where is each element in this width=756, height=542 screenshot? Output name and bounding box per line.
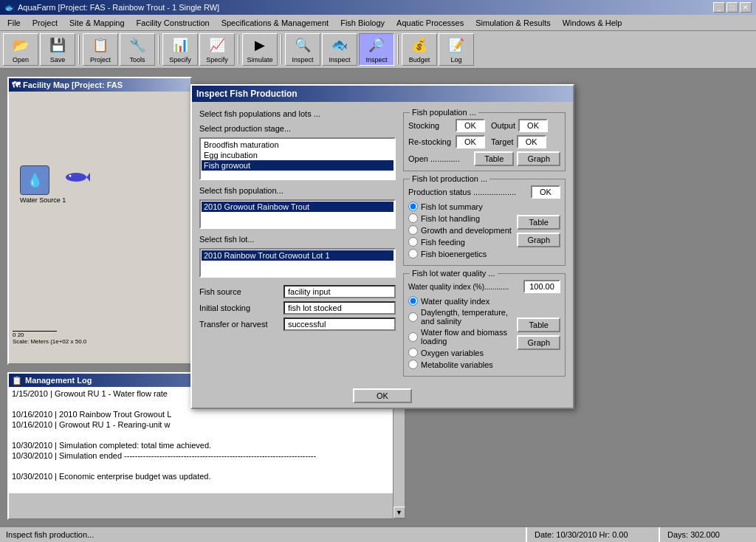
fish-population-group: Fish population ... Stocking OK Output O… [403,112,566,171]
facility-map-title-bar: 🗺 Facility Map [Project: FAS [9,78,190,92]
stage-egg[interactable]: Egg incubation [202,150,394,160]
open-label: Open ............. [408,154,471,163]
radio-oxygen-option: Oxygen variables [408,348,514,357]
inspect3-button[interactable]: 🔎 Inspect [359,33,394,66]
wq-table-button[interactable]: Table [517,318,560,332]
fish-lot-production-title: Fish lot production ... [410,174,489,183]
fish-lot-water-quality-title: Fish lot water quality ... [410,269,498,278]
radio-water-quality-label: Water quality index [421,297,489,306]
restocking-label: Re-stocking [408,137,453,146]
scroll-down-arrow[interactable]: ▼ [394,507,405,518]
tools-icon: 🔧 [127,35,148,55]
radio-fish-feeding[interactable] [408,237,418,247]
water-quality-index-label: Water quality index (%)............ [408,283,523,291]
menu-file[interactable]: File [3,17,25,29]
project-button[interactable]: 📋 Project [83,33,118,66]
facility-map-icon: 🗺 [12,80,20,89]
radio-oxygen[interactable] [408,348,418,357]
svg-point-0 [66,173,86,182]
status-date: Date: 10/30/2010 Hr: 0.00 [527,527,660,542]
toolbar-sep-1 [78,35,80,64]
radio-fish-bioenergetics[interactable] [408,249,418,258]
menu-site-mapping[interactable]: Site & Mapping [65,17,129,29]
log-button[interactable]: 📝 Log [439,33,474,66]
production-stage-list[interactable]: Broodfish maturation Egg incubation Fish… [199,137,396,180]
lot-table-button[interactable]: Table [517,215,560,230]
population-list[interactable]: 2010 Growout Rainbow Trout [199,199,396,229]
budget-button[interactable]: 💰 Budget [402,33,437,66]
radio-water-flow-option: Water flow and biomass loading [408,328,514,346]
radio-water-flow[interactable] [408,332,418,342]
initial-stocking-label: Initial stocking [199,303,281,312]
budget-icon: 💰 [409,35,430,55]
menu-aquatic-processes[interactable]: Aquatic Processes [392,17,468,29]
toolbar-sep-3 [238,35,239,64]
open-button[interactable]: 📂 Open [3,33,38,66]
radio-fish-lot-summary[interactable] [408,202,418,211]
menu-fish-biology[interactable]: Fish Biology [336,17,389,29]
open-icon: 📂 [10,35,31,55]
save-button[interactable]: 💾 Save [40,33,75,66]
population-table-button[interactable]: Table [474,151,514,166]
production-status-label: Production status ................... [408,188,531,196]
app-icon: 🐟 [4,3,15,13]
radio-fish-feeding-label: Fish feeding [421,238,465,247]
svg-marker-1 [86,173,90,182]
initial-stocking-input[interactable] [284,301,396,315]
modal-ok-button[interactable]: OK [353,388,412,403]
radio-metabolite[interactable] [408,360,418,369]
radio-fish-bioenergetics-label: Fish bioenergetics [421,250,487,258]
inspect1-icon: 🔍 [292,35,313,55]
inspect1-button[interactable]: 🔍 Inspect [285,33,320,66]
left-panel: Select fish populations and lots ... Sel… [199,109,396,377]
radio-fish-feeding-option: Fish feeding [408,237,514,247]
minimize-button[interactable]: _ [713,2,725,13]
stage-broodfish[interactable]: Broodfish maturation [202,140,394,150]
radio-fish-lot-summary-option: Fish lot summary [408,202,514,211]
population-rainbow-trout[interactable]: 2010 Growout Rainbow Trout [202,202,394,212]
status-right: Date: 10/30/2010 Hr: 0.00 Days: 302.000 [527,527,756,542]
status-days: Days: 302.000 [660,527,756,542]
wq-graph-button[interactable]: Graph [517,335,560,350]
inspect3-icon: 🔎 [366,35,387,55]
inspect2-button[interactable]: 🐟 Inspect [322,33,357,66]
map-canvas: 💧 Water Source 1 0 [9,92,190,363]
lot-list[interactable]: 2010 Rainbow Trout Growout Lot 1 [199,248,396,278]
radio-daylength[interactable] [408,312,418,322]
close-button[interactable]: ✕ [740,2,752,13]
specify1-button[interactable]: 📊 Specify [162,33,198,66]
select-lot-label: Select fish lot... [199,235,396,244]
radio-fish-lot-handling[interactable] [408,213,418,223]
menu-bar: File Project Site & Mapping Facility Con… [0,15,756,31]
modal-body: Select fish populations and lots ... Sel… [192,102,573,384]
menu-simulation[interactable]: Simulation & Results [471,17,555,29]
menu-specifications[interactable]: Specifications & Management [217,17,334,29]
fish-source-input[interactable] [284,285,396,298]
stage-growout[interactable]: Fish growout [202,160,394,171]
menu-facility-construction[interactable]: Facility Construction [132,17,214,29]
main-area: 🗺 Facility Map [Project: FAS 💧 Water Sou… [0,69,756,529]
lot-rainbow-trout[interactable]: 2010 Rainbow Trout Growout Lot 1 [202,250,394,261]
production-status-value: OK [531,185,560,199]
modal-footer: OK [192,384,573,408]
radio-water-quality-index[interactable] [408,296,418,306]
lot-graph-button[interactable]: Graph [517,233,560,247]
log-entry-3: 10/16/2010 | 2010 Rainbow Trout Growout … [12,409,378,419]
menu-windows-help[interactable]: Windows & Help [558,17,627,29]
log-entry-4: 10/16/2010 | Growout RU 1 - Rearing-unit… [12,419,378,430]
simulate-button[interactable]: ▶ Simulate [242,33,278,66]
menu-project[interactable]: Project [28,17,62,29]
log-entry-6: 10/30/2010 | Simulation completed: total… [12,440,378,450]
fish-source-label: Fish source [199,287,281,296]
transfer-harvest-input[interactable] [284,318,396,331]
population-graph-button[interactable]: Graph [517,151,560,166]
specify2-button[interactable]: 📈 Specify [199,33,235,66]
radio-growth-option: Growth and development [408,225,514,235]
radio-growth-development[interactable] [408,225,418,235]
maximize-button[interactable]: □ [726,2,738,13]
facility-map-content: 💧 Water Source 1 0 [9,92,190,363]
restocking-value: OK [456,135,485,148]
radio-water-flow-label: Water flow and biomass loading [421,328,514,346]
window-controls: _ □ ✕ [713,2,752,13]
tools-button[interactable]: 🔧 Tools [120,33,155,66]
